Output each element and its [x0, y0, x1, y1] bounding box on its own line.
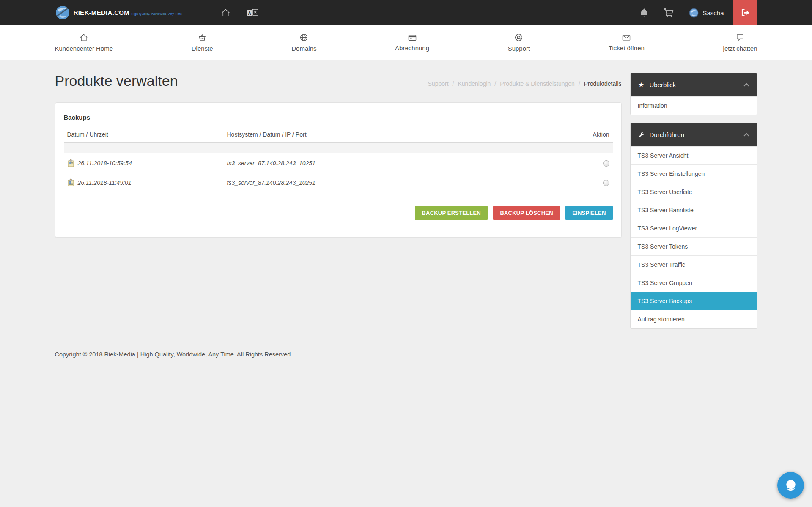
backup-hostsystem: ts3_server_87.140.28.243_10251 [224, 153, 558, 173]
page-header: Produkte verwalten Support/Kundenlogin/P… [55, 73, 622, 89]
topbar-menu: A [221, 8, 258, 18]
credit-card-icon [408, 34, 417, 41]
nav-item-domains[interactable]: Domains [291, 33, 316, 52]
table-header-row: Datum / Uhrzeit Hostsystem / Datum / IP … [64, 127, 613, 143]
home-icon [221, 8, 230, 18]
sidebar-item-ts3-ansicht[interactable]: TS3 Server Ansicht [631, 146, 757, 164]
panel-title: Durchführen [650, 131, 685, 138]
sidebar-item-ts3-traffic[interactable]: TS3 Server Traffic [631, 255, 757, 274]
sidebar-item-ts3-userliste[interactable]: TS3 Server Userliste [631, 183, 757, 201]
brand-globe-icon [55, 5, 70, 20]
globe-icon [299, 33, 308, 42]
column-header-aktion: Aktion [558, 127, 613, 143]
nav-item-label: jetzt chatten [723, 45, 757, 52]
brand-logo[interactable]: RIEK-MEDIA.COM High Quality, Worldwide, … [55, 5, 182, 20]
panel-title: Überblick [650, 81, 676, 88]
panel-header-durchfuehren[interactable]: Durchführen [631, 123, 757, 146]
chevron-up-icon [743, 83, 750, 87]
brand-name: RIEK-MEDIA.COM [74, 9, 130, 16]
copyright-text: Copyright © 2018 Riek-Media | High Quali… [55, 351, 293, 358]
backups-card: Backups Datum / Uhrzeit Hostsystem / Dat… [55, 102, 622, 238]
sidebar-item-ts3-backups[interactable]: TS3 Server Backups [631, 292, 757, 310]
topbar: RIEK-MEDIA.COM High Quality, Worldwide, … [0, 0, 812, 25]
breadcrumb-link[interactable]: Kundenlogin [458, 80, 491, 87]
sidebar-panel-durchfuehren: Durchführen TS3 Server Ansicht TS3 Serve… [630, 123, 757, 329]
user-menu[interactable]: Sascha [689, 8, 724, 18]
main-navigation: Kundencenter Home Dienste Domains Abrech… [0, 25, 812, 60]
user-avatar [689, 8, 699, 18]
nav-item-label: Domains [291, 45, 316, 52]
chevron-up-icon [743, 133, 750, 137]
page-content: Produkte verwalten Support/Kundenlogin/P… [55, 60, 757, 337]
nav-item-support[interactable]: Support [508, 33, 530, 52]
nav-item-dienste[interactable]: Dienste [192, 33, 213, 52]
note-icon [67, 159, 74, 167]
backup-datetime: 26.11.2018-10:59:54 [78, 160, 132, 167]
nav-item-label: Dienste [192, 45, 213, 52]
backup-loeschen-button[interactable]: BACKUP LÖSCHEN [493, 206, 560, 220]
lifebuoy-icon [514, 33, 523, 42]
nav-item-label: Support [508, 45, 530, 52]
page-title: Produkte verwalten [55, 73, 178, 89]
basket-icon [198, 33, 207, 42]
sidebar-item-information[interactable]: Information [631, 96, 757, 115]
main-column: Produkte verwalten Support/Kundenlogin/P… [55, 73, 622, 337]
star-icon: ★ [638, 82, 645, 88]
nav-item-label: Abrechnung [395, 44, 429, 52]
nav-item-label: Kundencenter Home [55, 45, 113, 52]
breadcrumb: Support/Kundenlogin/Produkte & Dienstlei… [428, 80, 622, 87]
sign-out-icon [741, 8, 750, 17]
chat-fab-icon [783, 478, 798, 493]
backups-table: Datum / Uhrzeit Hostsystem / Datum / IP … [64, 127, 613, 192]
breadcrumb-link[interactable]: Produkte & Dienstleistungen [500, 80, 575, 87]
sidebar-item-ts3-gruppen[interactable]: TS3 Server Gruppen [631, 274, 757, 292]
breadcrumb-separator: / [453, 80, 454, 87]
backup-hostsystem: ts3_server_87.140.28.243_10251 [224, 173, 558, 192]
brand-tagline: High Quality, Worldwide, Any Time [131, 12, 182, 15]
column-header-hostsystem: Hostsystem / Datum / IP / Port [224, 127, 558, 143]
live-chat-button[interactable] [777, 472, 804, 499]
sidebar-panel-ueberblick: ★ Überblick Information [630, 73, 757, 115]
home-icon [79, 33, 88, 42]
nav-item-jetzt-chatten[interactable]: jetzt chatten [723, 33, 757, 52]
sidebar-item-auftrag-stornieren[interactable]: Auftrag stornieren [631, 310, 757, 328]
backup-erstellen-button[interactable]: BACKUP ERSTELLEN [415, 206, 487, 220]
nav-item-ticket-oeffnen[interactable]: Ticket öffnen [609, 34, 645, 52]
table-row: 26.11.2018-11:49:01 ts3_server_87.140.28… [64, 173, 613, 192]
topbar-home-button[interactable] [221, 8, 230, 18]
language-icon: A [247, 8, 258, 17]
table-stripe-row [64, 143, 613, 154]
backup-select-radio[interactable] [603, 160, 609, 167]
topbar-language-button[interactable]: A [247, 8, 258, 17]
cart-icon [664, 8, 674, 17]
breadcrumb-separator: / [494, 80, 496, 87]
nav-item-abrechnung[interactable]: Abrechnung [395, 34, 429, 52]
breadcrumb-current: Produktdetails [584, 80, 622, 87]
sidebar-item-ts3-tokens[interactable]: TS3 Server Tokens [631, 237, 757, 255]
logout-button[interactable] [733, 0, 757, 25]
notifications-button[interactable] [640, 8, 648, 17]
breadcrumb-link[interactable]: Support [428, 80, 449, 87]
nav-item-kundencenter-home[interactable]: Kundencenter Home [55, 33, 113, 52]
panel-header-ueberblick[interactable]: ★ Überblick [631, 73, 757, 96]
footer: Copyright © 2018 Riek-Media | High Quali… [55, 337, 757, 358]
sidebar-item-ts3-einstellungen[interactable]: TS3 Server Einstellungen [631, 164, 757, 183]
column-header-datetime: Datum / Uhrzeit [64, 127, 224, 143]
note-icon [67, 178, 74, 186]
card-heading: Backups [64, 114, 613, 121]
user-name: Sascha [702, 9, 724, 16]
sidebar-item-ts3-bannliste[interactable]: TS3 Server Bannliste [631, 201, 757, 219]
svg-text:A: A [248, 11, 251, 15]
cart-button[interactable] [664, 8, 674, 17]
topbar-right: Sascha [625, 0, 757, 25]
breadcrumb-separator: / [579, 80, 580, 87]
chat-bubble-icon [736, 33, 744, 42]
einspielen-button[interactable]: EINSPIELEN [565, 206, 612, 220]
sidebar: ★ Überblick Information Durchführen TS3 … [630, 73, 757, 337]
sidebar-item-ts3-logviewer[interactable]: TS3 Server LogViewer [631, 219, 757, 237]
table-row: 26.11.2018-10:59:54 ts3_server_87.140.28… [64, 153, 613, 173]
wrench-icon [638, 132, 645, 138]
backup-select-radio[interactable] [603, 180, 609, 186]
backup-datetime: 26.11.2018-11:49:01 [78, 179, 132, 186]
bell-icon [640, 8, 648, 17]
